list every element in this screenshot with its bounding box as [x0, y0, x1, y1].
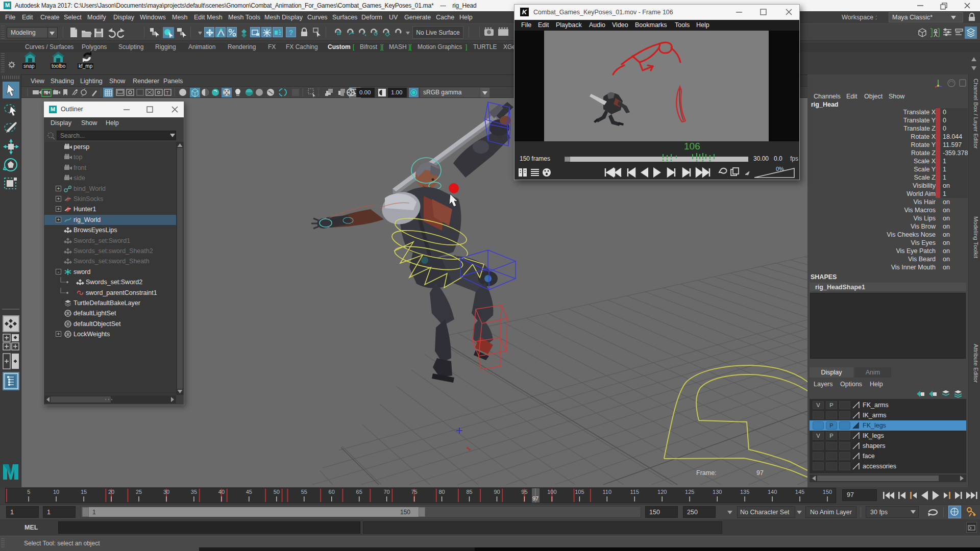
svg-text:35: 35 — [191, 489, 197, 495]
svg-text:70: 70 — [383, 489, 389, 495]
svg-text:45: 45 — [246, 489, 252, 495]
svg-text:130: 130 — [713, 489, 722, 495]
svg-text:0%: 0% — [776, 166, 784, 172]
svg-text:30: 30 — [163, 489, 169, 495]
svg-text:15: 15 — [81, 489, 87, 495]
svg-text:40: 40 — [218, 489, 225, 495]
svg-text:150: 150 — [823, 489, 832, 495]
svg-text:135: 135 — [740, 489, 749, 495]
svg-text:115: 115 — [630, 489, 640, 495]
svg-text:?: ? — [289, 29, 293, 37]
svg-text:80: 80 — [438, 489, 445, 495]
svg-text:75: 75 — [411, 489, 417, 495]
svg-text:105: 105 — [575, 489, 584, 495]
svg-text:97: 97 — [532, 495, 538, 502]
svg-text:0.00: 0.00 — [359, 89, 371, 95]
svg-text:10: 10 — [53, 489, 59, 495]
svg-text:90: 90 — [494, 489, 500, 495]
svg-text:110: 110 — [603, 489, 612, 495]
svg-text:65: 65 — [356, 489, 362, 495]
svg-text:T: T — [166, 90, 169, 95]
svg-text:5: 5 — [27, 489, 30, 495]
svg-text:25: 25 — [136, 489, 142, 495]
svg-text:145: 145 — [795, 489, 804, 495]
svg-text:sRGB gamma: sRGB gamma — [423, 89, 462, 96]
svg-text:20: 20 — [108, 489, 114, 495]
svg-text:120: 120 — [657, 489, 667, 495]
svg-text:100: 100 — [547, 489, 556, 495]
svg-text:55: 55 — [301, 489, 307, 495]
svg-text:140: 140 — [768, 489, 777, 495]
svg-text:85: 85 — [466, 489, 472, 495]
svg-text:95: 95 — [521, 489, 527, 495]
svg-text:+: + — [54, 88, 56, 92]
svg-text:1.00: 1.00 — [391, 89, 402, 95]
svg-text:125: 125 — [685, 489, 694, 495]
svg-text:50: 50 — [274, 489, 280, 495]
svg-text:a: a — [44, 92, 46, 95]
svg-text:60: 60 — [329, 489, 335, 495]
